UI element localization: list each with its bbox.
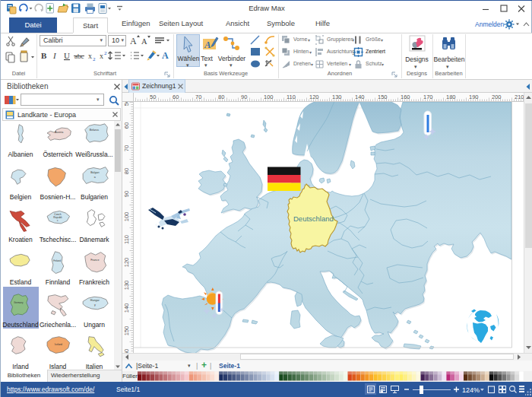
- svg-text:120: 120: [123, 258, 130, 268]
- svg-text:France: France: [90, 259, 99, 262]
- svg-text:50: 50: [123, 102, 130, 106]
- svg-text:Germany: Germany: [14, 301, 24, 304]
- svg-text:120: 120: [309, 94, 319, 100]
- svg-text:70: 70: [123, 145, 130, 151]
- svg-text:60: 60: [123, 122, 130, 129]
- svg-text:190: 190: [469, 94, 479, 100]
- svg-text:Hungar: Hungar: [90, 299, 100, 302]
- svg-text:130: 130: [332, 94, 342, 100]
- svg-text:140: 140: [355, 94, 365, 100]
- svg-text:60: 60: [173, 94, 179, 100]
- svg-text:y: y: [94, 303, 96, 306]
- svg-text:Belarus: Belarus: [90, 129, 100, 132]
- svg-text:140: 140: [123, 303, 130, 313]
- svg-text:180: 180: [446, 94, 456, 100]
- svg-text:150: 150: [378, 94, 388, 100]
- svg-text:B: B: [41, 51, 47, 60]
- svg-text:x: x: [100, 52, 103, 60]
- svg-text:Austria: Austria: [55, 131, 64, 134]
- svg-text:124%: 124%: [462, 386, 480, 394]
- svg-text:x: x: [88, 52, 92, 60]
- svg-text:2: 2: [93, 56, 96, 62]
- svg-text:abc: abc: [74, 52, 84, 60]
- svg-text:Finland: Finland: [53, 259, 61, 262]
- svg-text:U: U: [64, 51, 70, 60]
- svg-text:110: 110: [123, 235, 130, 244]
- svg-text:200: 200: [492, 94, 502, 100]
- svg-text:A: A: [162, 50, 169, 61]
- svg-text:130: 130: [123, 281, 130, 291]
- svg-text:Bulgari: Bulgari: [90, 171, 100, 174]
- svg-text:210: 210: [515, 94, 524, 100]
- svg-text:70: 70: [195, 94, 201, 100]
- svg-text:100: 100: [264, 94, 274, 100]
- svg-text:80: 80: [218, 94, 224, 100]
- svg-text:80: 80: [123, 168, 130, 174]
- svg-text:90: 90: [241, 94, 247, 100]
- svg-text:110: 110: [287, 94, 296, 100]
- svg-text:160: 160: [401, 94, 410, 100]
- svg-text:2: 2: [104, 50, 107, 56]
- svg-text:A: A: [130, 36, 137, 46]
- svg-text:90: 90: [123, 191, 130, 197]
- svg-text:150: 150: [123, 326, 130, 336]
- svg-text:50: 50: [150, 94, 156, 100]
- svg-text:Czech: Czech: [54, 213, 62, 216]
- svg-text:Iceland: Iceland: [55, 343, 62, 346]
- svg-text:Republi: Republi: [53, 216, 62, 219]
- svg-text:A: A: [204, 39, 211, 50]
- svg-text:A: A: [141, 37, 147, 46]
- svg-text:170: 170: [423, 94, 433, 100]
- svg-text:100: 100: [123, 212, 130, 222]
- svg-text:I: I: [52, 51, 57, 60]
